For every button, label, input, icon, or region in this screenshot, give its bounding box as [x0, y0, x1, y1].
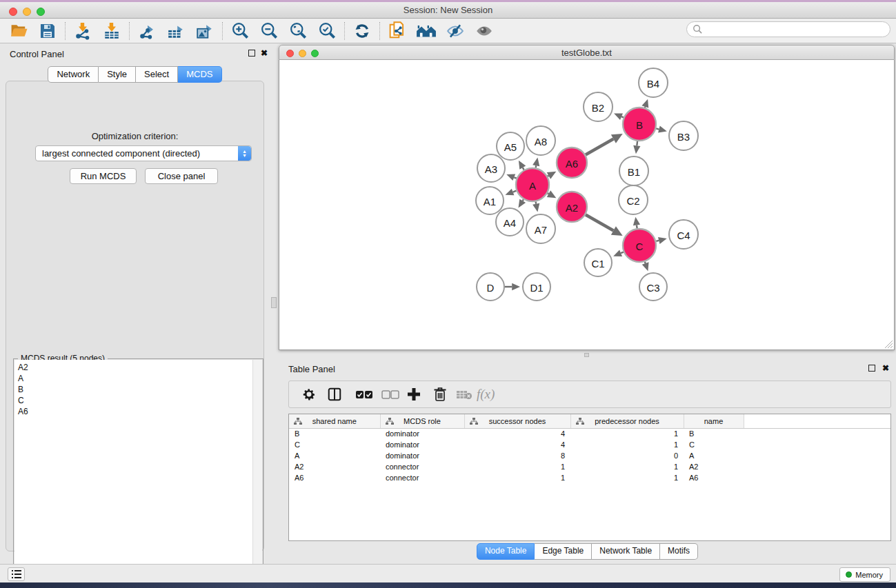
table-row[interactable]: Adominator80A: [289, 450, 890, 461]
close-panel-icon[interactable]: ✖: [882, 363, 889, 373]
divider-thumb[interactable]: [584, 353, 589, 357]
tab-style[interactable]: Style: [99, 66, 136, 83]
graph-node-B4[interactable]: B4: [639, 68, 668, 97]
table-cell[interactable]: A2: [289, 461, 380, 472]
graph-node-B1[interactable]: B1: [619, 156, 648, 185]
float-panel-icon[interactable]: [248, 50, 255, 57]
zoom-window-button[interactable]: [37, 8, 45, 16]
minimize-window-button[interactable]: [23, 8, 31, 16]
table-cell[interactable]: A2: [684, 461, 744, 472]
graph-edge-B-B4[interactable]: [641, 99, 648, 108]
graph-edge-B-B3[interactable]: [656, 126, 667, 133]
hide-selected-button[interactable]: [441, 20, 470, 42]
graph-edge-B-B2[interactable]: [614, 113, 624, 120]
graph-node-A7[interactable]: A7: [526, 214, 555, 243]
close-network-button[interactable]: [286, 50, 294, 57]
table-cell[interactable]: A6: [289, 472, 380, 483]
tab-node-table[interactable]: Node Table: [477, 543, 535, 560]
zoom-in-button[interactable]: [226, 20, 255, 42]
table-cell[interactable]: A6: [684, 472, 744, 483]
column-header-mcds-role[interactable]: MCDS role: [380, 414, 464, 428]
result-scrollbar[interactable]: [252, 360, 262, 588]
zoom-fit-button[interactable]: [283, 20, 312, 42]
table-cell[interactable]: dominator: [380, 450, 464, 461]
close-window-button[interactable]: [9, 8, 17, 16]
graph-edge-A-A3[interactable]: [506, 174, 517, 181]
table-cell[interactable]: 1: [570, 428, 684, 439]
graph-node-D[interactable]: D: [477, 273, 504, 301]
table-cell[interactable]: 1: [570, 472, 684, 483]
table-cell[interactable]: 8: [464, 450, 570, 461]
graph-edge-A6-B[interactable]: [586, 134, 623, 155]
table-row[interactable]: A2connector11A2: [289, 461, 890, 472]
save-session-button[interactable]: [33, 20, 62, 42]
show-panels-button[interactable]: [8, 567, 25, 581]
column-header-successor-nodes[interactable]: successor nodes: [464, 414, 570, 428]
open-session-button[interactable]: [4, 20, 33, 42]
result-item[interactable]: A6: [18, 406, 252, 417]
network-canvas[interactable]: AA1A3A5A8A4A7A6A2BB1B2B3B4CC1C2C3C4DD1: [279, 60, 895, 350]
table-cell[interactable]: dominator: [380, 428, 464, 439]
column-header-predecessor-nodes[interactable]: predecessor nodes: [570, 414, 684, 428]
refresh-layout-button[interactable]: [348, 20, 377, 42]
optimization-criterion-select[interactable]: largest connected component (directed) ▲…: [35, 145, 252, 161]
tab-edge-table[interactable]: Edge Table: [535, 543, 592, 560]
show-all-button[interactable]: [470, 20, 499, 42]
memory-button[interactable]: Memory: [839, 567, 890, 582]
tab-network[interactable]: Network: [48, 66, 99, 83]
graph-node-D1[interactable]: D1: [523, 273, 550, 301]
table-cell[interactable]: connector: [380, 461, 464, 472]
function-builder-button[interactable]: f(x): [477, 381, 495, 407]
graph-edge-B-B1[interactable]: [633, 141, 640, 154]
graph-node-A4[interactable]: A4: [496, 208, 524, 236]
graph-node-A1[interactable]: A1: [476, 187, 504, 214]
graph-node-A6[interactable]: A6: [557, 148, 587, 178]
table-cell[interactable]: B: [289, 428, 380, 439]
graph-node-C1[interactable]: C1: [584, 249, 612, 276]
graph-node-A2[interactable]: A2: [557, 192, 587, 222]
table-cell[interactable]: A: [289, 450, 380, 461]
graph-node-A8[interactable]: A8: [526, 126, 555, 155]
graph-edge-C-C4[interactable]: [656, 237, 666, 244]
result-item[interactable]: A: [18, 373, 252, 384]
graph-edge-D-D1[interactable]: [505, 283, 520, 290]
zoom-out-button[interactable]: [255, 20, 283, 42]
result-item[interactable]: B: [18, 384, 252, 395]
graph-edge-A-A7[interactable]: [532, 202, 539, 212]
table-cell[interactable]: dominator: [380, 439, 464, 450]
graph-edge-A-A4[interactable]: [519, 199, 526, 208]
graph-node-A5[interactable]: A5: [497, 132, 524, 160]
settings-gear-button[interactable]: [301, 381, 317, 407]
tab-network-table[interactable]: Network Table: [592, 543, 660, 560]
toggle-columns-button[interactable]: [327, 381, 342, 407]
result-item[interactable]: A2: [18, 362, 252, 373]
graph-edge-C-C1[interactable]: [613, 250, 624, 256]
search-input[interactable]: [703, 25, 875, 34]
tab-mcds[interactable]: MCDS: [178, 66, 221, 83]
table-cell[interactable]: 0: [570, 450, 684, 461]
graph-node-B2[interactable]: B2: [584, 92, 613, 121]
import-network-button[interactable]: [68, 20, 97, 42]
graph-node-A[interactable]: A: [516, 168, 549, 201]
divider-thumb[interactable]: [271, 297, 277, 308]
export-network-button[interactable]: [132, 20, 161, 42]
run-mcds-button[interactable]: Run MCDS: [70, 168, 137, 184]
table-cell[interactable]: connector: [380, 472, 464, 483]
zoom-network-button[interactable]: [311, 50, 319, 57]
table-cell[interactable]: 1: [464, 472, 570, 483]
column-header-shared-name[interactable]: shared name: [289, 414, 380, 428]
delete-column-button[interactable]: [433, 381, 447, 407]
graph-edge-C-C3[interactable]: [642, 262, 649, 272]
network-from-selection-button[interactable]: [383, 20, 412, 42]
tab-motifs[interactable]: Motifs: [660, 543, 698, 560]
table-row[interactable]: Bdominator41B: [289, 428, 890, 439]
export-table-button[interactable]: [161, 20, 190, 42]
table-cell[interactable]: C: [684, 439, 744, 450]
graph-node-C2[interactable]: C2: [619, 185, 648, 214]
result-item[interactable]: C: [18, 395, 252, 406]
minimize-network-button[interactable]: [299, 50, 306, 57]
float-panel-icon[interactable]: [868, 365, 875, 372]
table-row[interactable]: Cdominator41C: [289, 439, 890, 450]
graph-edge-A-A1[interactable]: [506, 189, 517, 196]
graph-edge-C-C2[interactable]: [633, 217, 640, 228]
